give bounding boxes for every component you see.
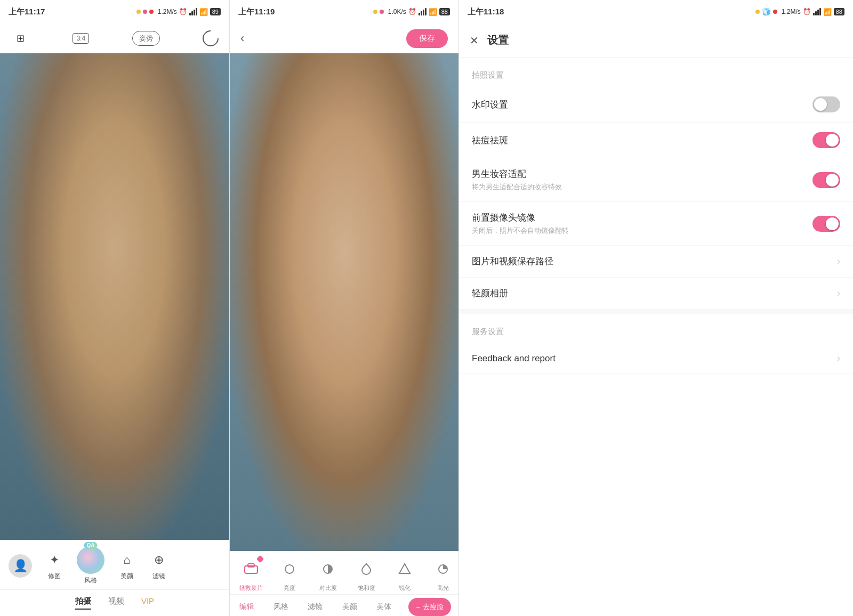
blemish-toggle[interactable] [812, 132, 840, 148]
saturation-svg-icon [358, 561, 375, 578]
feedback-right: › [837, 353, 840, 364]
edit-tab-edit[interactable]: 编辑 [237, 598, 256, 616]
tool-filter[interactable]: ⊕ 滤镜 [149, 550, 168, 581]
edit-tools-scroll: 拯救废片 亮度 对比度 [230, 551, 458, 594]
pose-button[interactable]: 姿势 [132, 31, 160, 46]
svg-marker-4 [399, 564, 410, 573]
ratio-badge[interactable]: 3:4 [73, 33, 89, 44]
menu-icon[interactable]: ⊞ [11, 29, 30, 48]
speed-left: 1.2M/s [158, 8, 177, 15]
settings-item-album[interactable]: 轻颜相册 › [459, 278, 853, 310]
watermark-right [812, 96, 840, 112]
dot-yellow-right [755, 10, 760, 14]
album-right: › [837, 288, 840, 299]
watermark-left: 水印设置 [472, 99, 508, 111]
avatar[interactable]: 👤 [9, 554, 32, 578]
highlight-icon [431, 557, 455, 581]
tool-beauty[interactable]: ⌂ 美颜 [117, 550, 136, 581]
edit-tab-style[interactable]: 风格 [271, 598, 291, 616]
status-icons-right: 🧊 1.2M/s ⏰ 📶 88 [755, 7, 844, 16]
male-makeup-toggle[interactable] [812, 172, 840, 188]
settings-item-front-mirror[interactable]: 前置摄像头镜像 关闭后，照片不会自动镜像翻转 [459, 202, 853, 246]
edit-nav-tabs: 编辑 风格 滤镜 美颜 美体 ⌣ 去瘦脸 [230, 594, 458, 616]
save-path-chevron: › [837, 256, 840, 267]
speed-mid: 1.0K/s [388, 8, 406, 15]
tool-brightness[interactable]: 亮度 [272, 557, 307, 592]
settings-item-save-path[interactable]: 图片和视频保存路径 › [459, 246, 853, 278]
camera-toolbar: ⊞ 3:4 姿势 [0, 23, 229, 53]
edit-tab-body[interactable]: 美体 [374, 598, 393, 616]
camera-tools-row: 👤 ✦ 修图 QA 风格 ⌂ 美颜 ⊕ 滤镜 [0, 540, 229, 589]
sharpen-label: 锐化 [399, 584, 411, 592]
save-path-title: 图片和视频保存路径 [472, 255, 553, 268]
save-button[interactable]: 保存 [406, 29, 448, 48]
tool-highlight[interactable]: 高光 [426, 557, 458, 592]
settings-divider [459, 310, 853, 314]
wifi-icon-left: 📶 [199, 8, 208, 16]
front-mirror-toggle-knob [826, 217, 839, 230]
slimface-icon: ⌣ [416, 603, 421, 611]
settings-content: 拍照设置 水印设置 祛痘祛斑 [459, 58, 853, 616]
slim-face-button[interactable]: ⌣ 去瘦脸 [408, 598, 451, 616]
brightness-label: 亮度 [284, 584, 295, 592]
style-circle [77, 546, 104, 574]
edit-tab-beauty[interactable]: 美颜 [340, 598, 359, 616]
settings-title: 设置 [487, 33, 509, 47]
settings-item-watermark[interactable]: 水印设置 [459, 87, 853, 123]
contrast-icon [316, 557, 340, 581]
back-button[interactable]: ‹ [240, 31, 244, 45]
feedback-title: Feedback and report [472, 353, 556, 364]
rescue-svg-icon [243, 561, 260, 578]
settings-item-male-makeup[interactable]: 男生妆容适配 将为男生适配合适的妆容特效 [459, 158, 853, 202]
dot-yellow-icon [136, 10, 141, 14]
brightness-icon [278, 557, 301, 581]
save-path-right: › [837, 256, 840, 267]
front-mirror-toggle[interactable] [812, 216, 840, 232]
tool-retouch[interactable]: ✦ 修图 [45, 550, 64, 581]
svg-point-2 [285, 565, 294, 573]
tool-contrast[interactable]: 对比度 [311, 557, 345, 592]
face-icon-right: 🧊 [762, 7, 771, 16]
section-header-service: 服务设置 [459, 314, 853, 343]
camera-bottom: 👤 ✦ 修图 QA 风格 ⌂ 美颜 ⊕ 滤镜 拍摄 视频 VIP [0, 540, 229, 616]
blemish-toggle-knob [826, 134, 839, 147]
slimface-label: 去瘦脸 [423, 602, 444, 612]
blemish-left: 祛痘祛斑 [472, 134, 508, 147]
signal-bars-right [813, 8, 821, 15]
watermark-toggle[interactable] [812, 96, 840, 112]
tool-rescue[interactable]: 拯救废片 [234, 557, 268, 592]
status-time-left: 上午11:17 [9, 7, 45, 17]
settings-item-blemish[interactable]: 祛痘祛斑 [459, 123, 853, 158]
male-makeup-title: 男生妆容适配 [472, 168, 562, 180]
signal-bars-mid [419, 8, 426, 15]
album-chevron: › [837, 288, 840, 299]
edit-tab-filter[interactable]: 滤镜 [305, 598, 325, 616]
panel-edit: 上午11:19 1.0K/s ⏰ 📶 88 ‹ 保存 [229, 0, 458, 616]
album-title: 轻颜相册 [472, 287, 508, 299]
qa-badge: QA [84, 542, 98, 549]
refresh-icon[interactable] [199, 27, 222, 50]
wifi-icon-mid: 📶 [429, 8, 437, 16]
tab-video[interactable]: 视频 [108, 594, 124, 610]
status-time-right: 上午11:18 [468, 7, 504, 17]
close-button[interactable]: ✕ [470, 34, 479, 47]
rescue-label: 拯救废片 [239, 584, 263, 592]
tool-sharpen[interactable]: 锐化 [388, 557, 422, 592]
dot-pink-mid [380, 10, 384, 14]
edit-photo-area [230, 53, 458, 551]
settings-item-feedback[interactable]: Feedback and report › [459, 343, 853, 374]
contrast-label: 对比度 [319, 584, 337, 592]
edit-tools-area: 拯救废片 亮度 对比度 [230, 551, 458, 616]
camera-face-preview [0, 53, 229, 540]
sharpen-svg-icon [396, 561, 413, 578]
feedback-left: Feedback and report [472, 353, 556, 364]
watermark-toggle-knob [814, 98, 827, 111]
tab-shoot[interactable]: 拍摄 [75, 594, 91, 610]
tab-vip[interactable]: VIP [141, 594, 154, 610]
front-mirror-left: 前置摄像头镜像 关闭后，照片不会自动镜像翻转 [472, 212, 569, 236]
tool-saturation[interactable]: 饱和度 [349, 557, 383, 592]
front-mirror-right [812, 216, 840, 232]
tool-style-wrapper[interactable]: QA 风格 [77, 546, 104, 585]
filter-icon: ⊕ [149, 550, 168, 570]
dot-yellow-mid [373, 10, 377, 14]
